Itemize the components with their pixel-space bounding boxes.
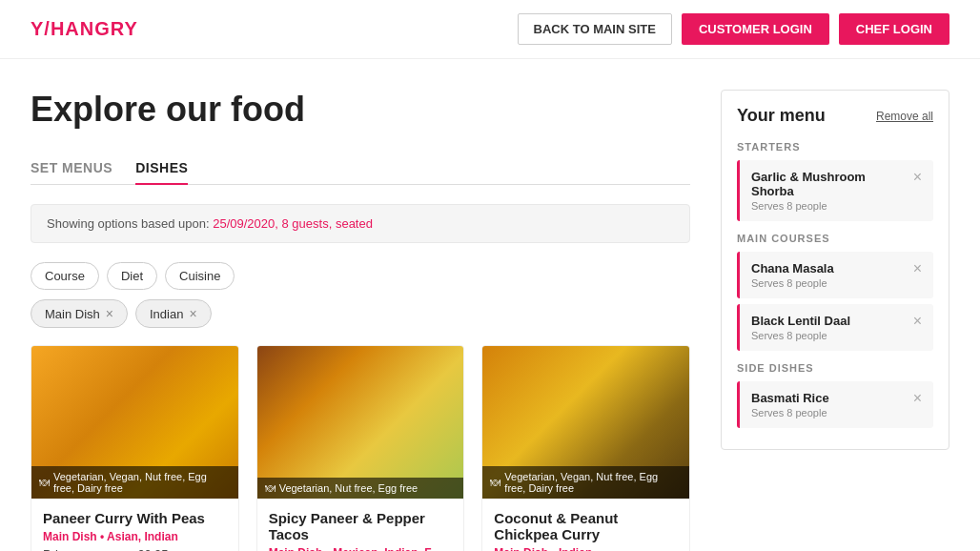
food-card-price-paneer-curry: Price per person £6.95 [43,547,227,551]
food-card-title-paneer-curry: Paneer Curry With Peas [43,510,227,526]
food-card-badge-paneer-curry: 🍽 Vegetarian, Vegan, Nut free, Egg free,… [31,466,238,499]
info-type[interactable]: seated [336,216,373,231]
menu-item-black-lentil-name: Black Lentil Daal [751,314,906,328]
food-card-coconut-chickpea[interactable]: 🍽 Vegetarian, Vegan, Nut free, Egg free,… [481,345,690,551]
filter-tag-indian-label: Indian [150,307,183,321]
menu-panel: Your menu Remove all STARTERS Garlic & M… [721,90,949,450]
menu-panel-header: Your menu Remove all [737,106,933,126]
food-card-image-spicy-paneer: 🍽 Vegetarian, Nut free, Egg free [257,346,464,499]
logo: Y/HANGRY [31,18,138,40]
food-card-body-coconut-chickpea: Coconut & Peanut Chickpea Curry Main Dis… [482,499,689,551]
menu-section-starters-label: STARTERS [737,141,933,153]
content-area: Explore our food SET MENUS DISHES Showin… [31,90,690,551]
food-card-category-spicy-paneer: Main Dish • Mexican, Indian, F [269,546,453,551]
food-card-spicy-paneer[interactable]: 🍽 Vegetarian, Nut free, Egg free Spicy P… [256,345,465,551]
tabs: SET MENUS DISHES [31,153,690,185]
remove-garlic-shorba-icon[interactable]: × [913,170,922,185]
badge-text-spicy-paneer: Vegetarian, Nut free, Egg free [279,482,419,494]
filter-course[interactable]: Course [31,262,99,290]
category-label-spicy-paneer: Main Dish [269,546,323,551]
category-label-paneer-curry: Main Dish [43,530,97,543]
menu-item-garlic-shorba-name: Garlic & Mushroom Shorba [751,170,906,198]
remove-all-button[interactable]: Remove all [876,110,933,123]
menu-item-basmati-rice-sub: Serves 8 people [751,407,906,418]
info-prefix: Showing options based upon: [47,216,210,231]
menu-item-garlic-shorba-sub: Serves 8 people [751,200,906,212]
remove-indian-icon[interactable]: × [189,306,196,321]
sidebar: Your menu Remove all STARTERS Garlic & M… [721,90,949,551]
menu-item-chana-masala: Chana Masala Serves 8 people × [737,252,933,298]
menu-item-black-lentil-text: Black Lentil Daal Serves 8 people [751,314,906,341]
logo-suffix: HANGRY [51,18,138,39]
filter-tag-indian[interactable]: Indian × [135,299,212,328]
remove-chana-masala-icon[interactable]: × [913,261,922,276]
food-card-category-paneer-curry: Main Dish • Asian, Indian [43,530,227,543]
dish-icon: 🍽 [39,477,50,488]
badge-text-paneer-curry: Vegetarian, Vegan, Nut free, Egg free, D… [53,471,231,494]
category-extra-coconut-chickpea: • Indian [551,546,592,551]
menu-section-side-dishes-label: SIDE DISHES [737,362,933,374]
category-extra-spicy-paneer: • Mexican, Indian, F [326,546,432,551]
menu-section-main-courses-label: MAIN COURSES [737,233,933,244]
menu-item-black-lentil-sub: Serves 8 people [751,330,906,341]
food-card-paneer-curry[interactable]: 🍽 Vegetarian, Vegan, Nut free, Egg free,… [31,345,239,551]
food-card-image-coconut-chickpea: 🍽 Vegetarian, Vegan, Nut free, Egg free,… [482,346,689,499]
category-label-coconut-chickpea: Main Dish [494,546,548,551]
page-title: Explore our food [31,90,690,130]
food-card-image-paneer-curry: 🍽 Vegetarian, Vegan, Nut free, Egg free,… [31,346,238,499]
menu-item-chana-masala-text: Chana Masala Serves 8 people [751,261,906,289]
header: Y/HANGRY BACK TO MAIN SITE CUSTOMER LOGI… [0,0,980,59]
filter-buttons: Course Diet Cuisine [31,262,690,290]
menu-item-chana-masala-name: Chana Masala [751,261,906,276]
menu-item-garlic-shorba: Garlic & Mushroom Shorba Serves 8 people… [737,160,933,221]
food-card-title-spicy-paneer: Spicy Paneer & Pepper Tacos [269,510,453,542]
menu-panel-title: Your menu [737,106,826,126]
menu-item-black-lentil: Black Lentil Daal Serves 8 people × [737,304,933,351]
chef-login-button[interactable]: CHEF LOGIN [839,13,949,45]
customer-login-button[interactable]: CUSTOMER LOGIN [682,13,829,45]
tab-set-menus[interactable]: SET MENUS [31,153,112,185]
remove-main-dish-icon[interactable]: × [106,306,113,321]
filter-tag-main-dish[interactable]: Main Dish × [31,299,128,328]
back-to-main-button[interactable]: BACK TO MAIN SITE [518,13,672,45]
food-card-badge-coconut-chickpea: 🍽 Vegetarian, Vegan, Nut free, Egg free,… [482,466,689,499]
header-buttons: BACK TO MAIN SITE CUSTOMER LOGIN CHEF LO… [518,13,949,45]
food-card-category-coconut-chickpea: Main Dish • Indian [494,546,678,551]
filter-cuisine[interactable]: Cuisine [165,262,235,290]
dish-icon: 🍽 [265,482,276,494]
info-date[interactable]: 25/09/2020, [213,216,278,231]
menu-item-basmati-rice-name: Basmati Rice [751,391,906,405]
remove-basmati-rice-icon[interactable]: × [913,391,922,406]
menu-item-basmati-rice-text: Basmati Rice Serves 8 people [751,391,906,418]
filter-diet[interactable]: Diet [107,262,157,290]
food-card-badge-spicy-paneer: 🍽 Vegetarian, Nut free, Egg free [257,478,464,499]
logo-prefix: Y/ [31,18,51,39]
active-filter-tags: Main Dish × Indian × [31,299,690,328]
filter-tag-main-dish-label: Main Dish [45,307,100,321]
info-bar: Showing options based upon: 25/09/2020, … [31,204,690,243]
menu-item-basmati-rice: Basmati Rice Serves 8 people × [737,381,933,428]
dish-icon: 🍽 [490,477,500,488]
info-guests[interactable]: 8 guests, [282,216,333,231]
tab-dishes[interactable]: DISHES [135,153,188,185]
menu-item-garlic-shorba-text: Garlic & Mushroom Shorba Serves 8 people [751,170,906,212]
food-card-body-spicy-paneer: Spicy Paneer & Pepper Tacos Main Dish • … [257,499,464,551]
badge-text-coconut-chickpea: Vegetarian, Vegan, Nut free, Egg free, D… [504,471,682,494]
food-card-title-coconut-chickpea: Coconut & Peanut Chickpea Curry [494,510,678,542]
food-card-body-paneer-curry: Paneer Curry With Peas Main Dish • Asian… [31,499,238,551]
main-layout: Explore our food SET MENUS DISHES Showin… [0,59,980,551]
food-grid: 🍽 Vegetarian, Vegan, Nut free, Egg free,… [31,345,690,551]
category-extra-paneer-curry: • Asian, Indian [100,530,178,543]
remove-black-lentil-icon[interactable]: × [913,314,922,329]
menu-item-chana-masala-sub: Serves 8 people [751,277,906,289]
